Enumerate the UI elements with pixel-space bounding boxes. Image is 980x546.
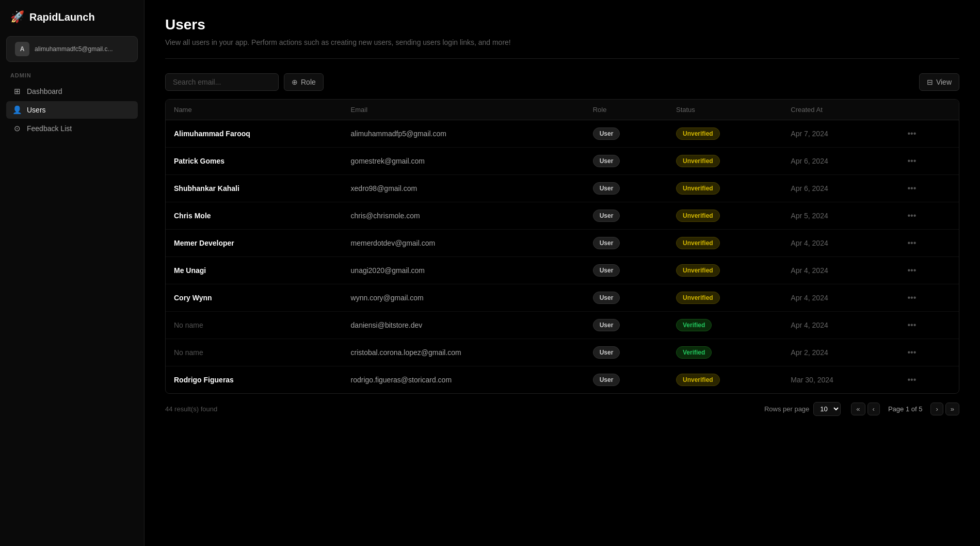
role-badge: User: [593, 155, 620, 167]
cell-created-at: Apr 6, 2024: [782, 175, 895, 202]
last-page-button[interactable]: »: [945, 403, 959, 415]
table-row: Alimuhammad Farooq alimuhammadfp5@gmail.…: [166, 120, 959, 148]
cell-actions: •••: [895, 312, 959, 339]
status-badge: Verified: [676, 319, 712, 331]
cell-actions: •••: [895, 202, 959, 230]
cell-actions: •••: [895, 230, 959, 257]
role-filter-label: Role: [301, 78, 316, 86]
cell-email: alimuhammadfp5@gmail.com: [343, 120, 585, 148]
col-header-status: Status: [668, 100, 782, 120]
cell-name: Patrick Gomes: [166, 148, 343, 175]
first-page-button[interactable]: «: [851, 403, 865, 415]
cell-status: Unverified: [668, 257, 782, 284]
status-badge: Unverified: [676, 127, 720, 140]
rows-per-page-label: Rows per page: [764, 405, 809, 413]
cell-status: Unverified: [668, 120, 782, 148]
cell-name: Chris Mole: [166, 202, 343, 230]
row-more-button[interactable]: •••: [903, 127, 920, 140]
table-row: Chris Mole chris@chrismole.com User Unve…: [166, 202, 959, 230]
col-header-email: Email: [343, 100, 585, 120]
user-profile[interactable]: A alimuhammadfc5@gmail.c...: [6, 36, 138, 62]
row-more-button[interactable]: •••: [903, 374, 920, 386]
status-badge: Unverified: [676, 237, 720, 249]
cell-name: Shubhankar Kahali: [166, 175, 343, 202]
row-more-button[interactable]: •••: [903, 346, 920, 359]
row-more-button[interactable]: •••: [903, 155, 920, 167]
cell-email: wynn.cory@gmail.com: [343, 284, 585, 312]
table-row: Rodrigo Figueras rodrigo.figueras@storic…: [166, 366, 959, 394]
cell-role: User: [585, 148, 668, 175]
status-badge: Unverified: [676, 155, 720, 167]
cell-name: Me Unagi: [166, 257, 343, 284]
cell-created-at: Apr 2, 2024: [782, 339, 895, 366]
sidebar-item-users[interactable]: 👤 Users: [6, 101, 138, 119]
status-badge: Verified: [676, 346, 712, 359]
row-more-button[interactable]: •••: [903, 210, 920, 222]
table-row: Shubhankar Kahali xedro98@gmail.com User…: [166, 175, 959, 202]
cell-email: rodrigo.figueras@storicard.com: [343, 366, 585, 394]
cell-status: Verified: [668, 339, 782, 366]
col-header-actions: [895, 100, 959, 120]
role-badge: User: [593, 264, 620, 277]
status-badge: Unverified: [676, 374, 720, 386]
cell-actions: •••: [895, 257, 959, 284]
sidebar-item-feedback[interactable]: ⊙ Feedback List: [6, 120, 138, 137]
users-icon: 👤: [12, 105, 22, 115]
cell-role: User: [585, 312, 668, 339]
status-badge: Unverified: [676, 264, 720, 277]
dashboard-icon: ⊞: [12, 87, 22, 96]
cell-email: daniensi@bitstore.dev: [343, 312, 585, 339]
role-filter-button[interactable]: ⊕ Role: [284, 73, 324, 91]
row-more-button[interactable]: •••: [903, 237, 920, 249]
table-row: No name cristobal.corona.lopez@gmail.com…: [166, 339, 959, 366]
avatar: A: [15, 42, 29, 56]
role-badge: User: [593, 182, 620, 195]
logo-icon: 🚀: [10, 10, 24, 24]
sidebar-item-label: Dashboard: [27, 87, 62, 95]
cell-status: Verified: [668, 312, 782, 339]
cell-created-at: Apr 4, 2024: [782, 284, 895, 312]
page-info: Page 1 of 5: [882, 405, 929, 413]
status-badge: Unverified: [676, 210, 720, 222]
app-logo: 🚀 RapidLaunch: [0, 10, 144, 36]
cell-created-at: Apr 5, 2024: [782, 202, 895, 230]
sidebar-nav: ⊞ Dashboard 👤 Users ⊙ Feedback List: [0, 83, 144, 137]
table-row: Patrick Gomes gomestrek@gmail.com User U…: [166, 148, 959, 175]
cell-email: memerdotdev@gmail.com: [343, 230, 585, 257]
prev-page-button[interactable]: ‹: [867, 403, 880, 415]
row-more-button[interactable]: •••: [903, 319, 920, 331]
cell-actions: •••: [895, 284, 959, 312]
search-input[interactable]: [165, 73, 279, 91]
cell-status: Unverified: [668, 284, 782, 312]
cell-email: cristobal.corona.lopez@gmail.com: [343, 339, 585, 366]
users-table-container: Name Email Role Status Created At Alimuh…: [165, 99, 959, 394]
row-more-button[interactable]: •••: [903, 264, 920, 277]
col-header-created-at: Created At: [782, 100, 895, 120]
results-count: 44 result(s) found: [165, 405, 217, 413]
toolbar: ⊕ Role ⊟ View: [165, 73, 959, 91]
view-button[interactable]: ⊟ View: [919, 73, 959, 91]
cell-name: No name: [166, 339, 343, 366]
cell-status: Unverified: [668, 175, 782, 202]
user-email: alimuhammadfc5@gmail.c...: [35, 45, 113, 53]
nav-section-label: ADMIN: [0, 72, 144, 83]
role-badge: User: [593, 127, 620, 140]
main-content: Users View all users in your app. Perfor…: [144, 0, 980, 546]
next-page-button[interactable]: ›: [930, 403, 943, 415]
sidebar-item-dashboard[interactable]: ⊞ Dashboard: [6, 83, 138, 100]
cell-role: User: [585, 202, 668, 230]
col-header-name: Name: [166, 100, 343, 120]
pagination: « ‹ Page 1 of 5 › »: [851, 403, 959, 415]
cell-role: User: [585, 257, 668, 284]
page-header: Users View all users in your app. Perfor…: [165, 17, 959, 59]
table-header-row: Name Email Role Status Created At: [166, 100, 959, 120]
sidebar-item-label: Users: [27, 106, 46, 114]
cell-email: xedro98@gmail.com: [343, 175, 585, 202]
cell-name: Cory Wynn: [166, 284, 343, 312]
row-more-button[interactable]: •••: [903, 292, 920, 304]
role-badge: User: [593, 319, 620, 331]
col-header-role: Role: [585, 100, 668, 120]
row-more-button[interactable]: •••: [903, 182, 920, 195]
status-badge: Unverified: [676, 292, 720, 304]
rows-per-page-select[interactable]: 10 20 50: [813, 402, 841, 416]
